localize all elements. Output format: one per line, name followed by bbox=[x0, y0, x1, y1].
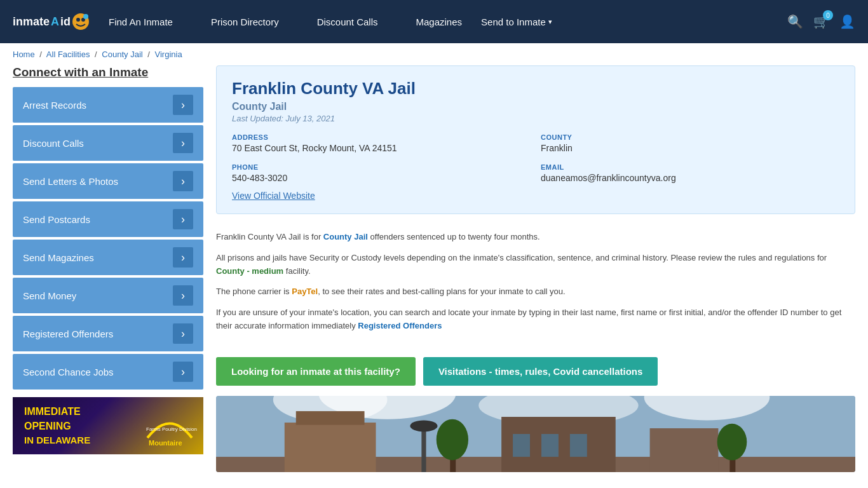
ad-banner[interactable]: IMMEDIATE OPENING IN DELAWARE Mountaire … bbox=[13, 397, 203, 454]
desc-para-1: Franklin County VA Jail is for County Ja… bbox=[216, 231, 855, 244]
sidebar-item-arrest-records[interactable]: Arrest Records › bbox=[13, 87, 203, 123]
ad-logo-icon: Mountaire Farms Poultry Division bbox=[141, 403, 198, 447]
svg-rect-13 bbox=[285, 423, 376, 472]
sidebar-item-send-magazines[interactable]: Send Magazines › bbox=[13, 240, 203, 275]
svg-text:Mountaire: Mountaire bbox=[149, 439, 182, 447]
svg-point-3 bbox=[83, 14, 88, 19]
breadcrumb: Home / All Facilities / County Jail / Vi… bbox=[0, 43, 868, 65]
desc-para-4: If you are unsure of your inmate's locat… bbox=[216, 306, 855, 333]
svg-rect-18 bbox=[513, 434, 530, 457]
svg-rect-15 bbox=[421, 428, 426, 472]
facility-card: Franklin County VA Jail County Jail Last… bbox=[216, 65, 855, 214]
county-medium-link[interactable]: County - medium bbox=[216, 266, 283, 276]
arrow-icon: › bbox=[173, 133, 193, 153]
description-section: Franklin County VA Jail is for County Ja… bbox=[216, 224, 855, 347]
email-label: EMAIL bbox=[541, 163, 839, 171]
phone-block: PHONE 540-483-3020 bbox=[232, 163, 531, 183]
facility-photo bbox=[216, 396, 855, 472]
arrow-icon: › bbox=[173, 285, 193, 306]
user-icon[interactable]: 👤 bbox=[839, 14, 855, 29]
nav-send-to-inmate[interactable]: Send to Inmate ▾ bbox=[481, 17, 552, 27]
ad-text: IMMEDIATE OPENING IN DELAWARE bbox=[18, 398, 131, 453]
breadcrumb-all-facilities[interactable]: All Facilities bbox=[46, 50, 90, 59]
breadcrumb-state[interactable]: Virginia bbox=[155, 50, 182, 59]
facility-photo-svg bbox=[216, 396, 855, 472]
nav-find-inmate[interactable]: Find An Inmate bbox=[90, 0, 192, 43]
sidebar: Connect with an Inmate Arrest Records › … bbox=[13, 65, 203, 472]
svg-rect-19 bbox=[541, 434, 559, 457]
facility-info-grid: ADDRESS 70 East Court St, Rocky Mount, V… bbox=[232, 133, 839, 183]
sidebar-item-second-chance-jobs[interactable]: Second Chance Jobs › bbox=[13, 354, 203, 390]
search-icon[interactable]: 🔍 bbox=[787, 14, 803, 29]
facility-name: Franklin County VA Jail bbox=[232, 79, 839, 98]
sidebar-item-registered-offenders[interactable]: Registered Offenders › bbox=[13, 316, 203, 351]
sidebar-title: Connect with an Inmate bbox=[13, 65, 203, 79]
arrow-icon: › bbox=[173, 323, 193, 344]
logo-icon bbox=[72, 13, 90, 30]
main-layout: Connect with an Inmate Arrest Records › … bbox=[0, 65, 868, 472]
official-website-link[interactable]: View Official Website bbox=[232, 191, 315, 201]
county-block: COUNTY Franklin bbox=[541, 133, 839, 153]
main-nav: Find An Inmate Prison Directory Discount… bbox=[90, 0, 787, 43]
sidebar-item-discount-calls[interactable]: Discount Calls › bbox=[13, 125, 203, 161]
sidebar-item-send-postcards[interactable]: Send Postcards › bbox=[13, 201, 203, 237]
registered-offenders-link[interactable]: Registered Offenders bbox=[358, 321, 442, 330]
main-content: Franklin County VA Jail County Jail Last… bbox=[216, 65, 855, 472]
find-inmate-button[interactable]: Looking for an inmate at this facility? bbox=[216, 357, 416, 386]
facility-type: County Jail bbox=[232, 101, 839, 112]
svg-rect-14 bbox=[296, 411, 365, 425]
svg-point-25 bbox=[717, 424, 747, 460]
logo-text: inmate bbox=[13, 15, 50, 29]
email-block: EMAIL duaneamos@franklincountyva.org bbox=[541, 163, 839, 183]
nav-discount-calls[interactable]: Discount Calls bbox=[298, 0, 397, 43]
logo[interactable]: inmate A id bbox=[13, 13, 90, 30]
logo-a: A bbox=[51, 15, 59, 29]
action-buttons: Looking for an inmate at this facility? … bbox=[216, 357, 855, 386]
county-value: Franklin bbox=[541, 143, 839, 153]
arrow-icon: › bbox=[173, 171, 193, 191]
arrow-icon: › bbox=[173, 95, 193, 115]
email-value: duaneamos@franklincountyva.org bbox=[541, 173, 839, 183]
header-actions: 🔍 🛒 0 👤 bbox=[787, 14, 855, 29]
breadcrumb-county-jail[interactable]: County Jail bbox=[102, 50, 142, 59]
desc-para-2: All prisons and jails have Security or C… bbox=[216, 252, 855, 278]
county-jail-link[interactable]: County Jail bbox=[323, 232, 368, 241]
svg-point-1 bbox=[76, 18, 80, 22]
visitations-button[interactable]: Visitations - times, rules, Covid cancel… bbox=[423, 357, 658, 386]
svg-point-23 bbox=[437, 419, 468, 460]
svg-rect-21 bbox=[650, 428, 719, 472]
main-header: inmate A id Find An Inmate Prison Direct… bbox=[0, 0, 868, 43]
address-value: 70 East Court St, Rocky Mount, VA 24151 bbox=[232, 143, 531, 153]
arrow-icon: › bbox=[173, 247, 193, 268]
address-label: ADDRESS bbox=[232, 133, 531, 141]
cart-badge: 0 bbox=[823, 10, 833, 20]
cart-icon[interactable]: 🛒 0 bbox=[813, 14, 829, 29]
phone-value: 540-483-3020 bbox=[232, 173, 531, 183]
address-block: ADDRESS 70 East Court St, Rocky Mount, V… bbox=[232, 133, 531, 153]
facility-updated: Last Updated: July 13, 2021 bbox=[232, 114, 839, 123]
arrow-icon: › bbox=[173, 209, 193, 229]
paytel-link[interactable]: PayTel bbox=[292, 287, 318, 296]
sidebar-item-send-money[interactable]: Send Money › bbox=[13, 278, 203, 313]
nav-prison-directory[interactable]: Prison Directory bbox=[192, 0, 298, 43]
desc-para-3: The phone carrier is PayTel, to see thei… bbox=[216, 285, 855, 299]
sidebar-item-send-letters[interactable]: Send Letters & Photos › bbox=[13, 163, 203, 199]
arrow-icon: › bbox=[173, 362, 193, 382]
send-to-inmate-arrow: ▾ bbox=[548, 18, 552, 26]
county-label: COUNTY bbox=[541, 133, 839, 141]
breadcrumb-home[interactable]: Home bbox=[13, 50, 35, 59]
logo-ll: id bbox=[60, 15, 71, 29]
svg-rect-20 bbox=[570, 434, 587, 457]
svg-point-16 bbox=[410, 420, 437, 431]
phone-label: PHONE bbox=[232, 163, 531, 171]
nav-magazines[interactable]: Magazines bbox=[397, 0, 482, 43]
svg-text:Farms Poultry Division: Farms Poultry Division bbox=[146, 426, 197, 432]
